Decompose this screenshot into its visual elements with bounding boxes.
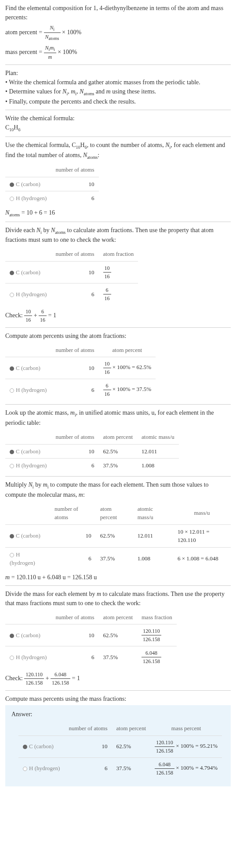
step-mass-percents: Compute mass percents using the mass fra…: [5, 694, 231, 703]
mass-fraction-table: number of atomsatom percentmass fraction…: [5, 610, 177, 668]
hydrogen-dot-icon: [10, 464, 14, 468]
intro-text: Find the elemental composition for 1, 4-…: [5, 4, 231, 22]
hydrogen-dot-icon: [23, 767, 27, 771]
atom-percent-table: number of atomsatom percent C (carbon)10…: [5, 343, 156, 401]
step-atom-fractions: Divide each Ni by Natoms to calculate at…: [5, 226, 231, 324]
divider: [5, 690, 231, 691]
mass-total: m = 120.110 u + 6.048 u = 126.158 u: [5, 573, 231, 582]
plan-item: • Write the chemical formula and gather …: [5, 78, 231, 87]
atoms-table: number of atoms C (carbon)10 H (hydrogen…: [5, 163, 99, 205]
answer-box: Answer: number of atomsatom percentmass …: [5, 705, 231, 786]
answer-label: Answer:: [11, 710, 225, 719]
step-atom-percents: Compute atom percents using the atom fra…: [5, 331, 231, 401]
plan-item: • Finally, compute the percents and chec…: [5, 97, 231, 106]
plan-item: • Determine values for Ni, mi, Natoms an…: [5, 87, 231, 97]
mass-percent-formula: mass percent = Nimim × 100%: [5, 44, 231, 61]
chemical-formula: C10H6: [5, 123, 231, 133]
step-text: Divide the mass for each element by m to…: [5, 589, 231, 608]
divider: [5, 65, 231, 65]
divider: [5, 476, 231, 477]
step-title: Compute atom percents using the atom fra…: [5, 331, 231, 341]
hydrogen-dot-icon: [10, 293, 14, 297]
step-title: Compute mass percents using the mass fra…: [5, 694, 231, 703]
carbon-dot-icon: [10, 366, 14, 371]
element-row: C (carbon): [5, 177, 51, 191]
carbon-dot-icon: [10, 271, 14, 275]
col-header: number of atoms: [51, 163, 98, 177]
divider: [5, 222, 231, 222]
hydrogen-dot-icon: [10, 656, 14, 660]
carbon-dot-icon: [23, 745, 27, 749]
mass-table: number of atomsatom percentatomic mass/u…: [5, 502, 231, 570]
intro: Find the elemental composition for 1, 4-…: [5, 4, 231, 61]
step-title: Write the chemical formula:: [5, 114, 231, 123]
plan-title: Plan:: [5, 68, 231, 78]
atomic-mass-table: number of atomsatom percentatomic mass/u…: [5, 430, 179, 473]
hydrogen-dot-icon: [10, 388, 14, 393]
carbon-dot-icon: [10, 634, 14, 638]
step-mass-fractions: Divide the mass for each element by m to…: [5, 589, 231, 687]
divider: [5, 136, 231, 137]
check-line: Check: 1016 + 616 = 1: [5, 308, 231, 324]
divider: [5, 585, 231, 586]
divider: [5, 404, 231, 405]
plan: Plan: • Write the chemical formula and g…: [5, 68, 231, 106]
step-atomic-mass: Look up the atomic mass, mi, in unified …: [5, 408, 231, 472]
atom-fraction-table: number of atomsatom fraction C (carbon)1…: [5, 247, 138, 305]
hydrogen-dot-icon: [10, 553, 14, 557]
carbon-dot-icon: [10, 534, 14, 538]
divider: [5, 327, 231, 328]
answer-table: number of atomsatom percentmass percent …: [18, 721, 222, 779]
natoms-total: Natoms = 10 + 6 = 16: [5, 208, 231, 218]
atom-percent-formula: atom percent = NiNatoms × 100%: [5, 24, 231, 42]
carbon-dot-icon: [10, 183, 14, 187]
step-molecular-mass: Multiply Ni by mi to compute the mass fo…: [5, 480, 231, 582]
divider: [5, 110, 231, 110]
carbon-dot-icon: [10, 450, 14, 454]
element-row: H (hydrogen): [5, 191, 51, 205]
document: Find the elemental composition for 1, 4-…: [0, 0, 236, 790]
step-text: Use the chemical formula, C10H6, to coun…: [5, 140, 231, 161]
hydrogen-dot-icon: [10, 197, 14, 201]
step-count-atoms: Use the chemical formula, C10H6, to coun…: [5, 140, 231, 218]
check-line: Check: 120.110126.158 + 6.048126.158 = 1: [5, 671, 231, 687]
step-text: Look up the atomic mass, mi, in unified …: [5, 408, 231, 427]
step-text: Divide each Ni by Natoms to calculate at…: [5, 226, 231, 245]
step-formula: Write the chemical formula: C10H6: [5, 114, 231, 133]
step-text: Multiply Ni by mi to compute the mass fo…: [5, 480, 231, 499]
